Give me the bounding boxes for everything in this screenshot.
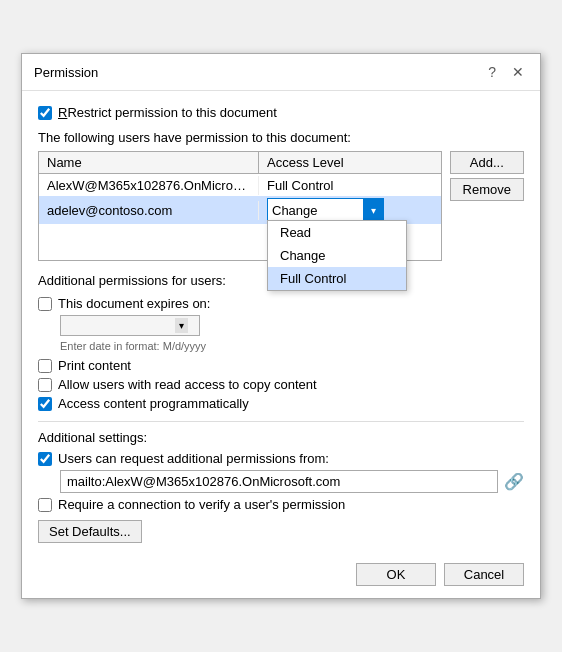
print-row: Print content — [38, 358, 524, 373]
ok-button[interactable]: OK — [356, 563, 436, 586]
copy-label: Allow users with read access to copy con… — [58, 377, 317, 392]
expires-label: This document expires on: — [58, 296, 210, 311]
date-hint: Enter date in format: M/d/yyyy — [60, 340, 524, 352]
restrict-row: RRestrict permission to this document — [38, 105, 524, 120]
table-header: Name Access Level — [39, 152, 441, 174]
users-section-label: The following users have permission to t… — [38, 130, 524, 145]
dialog-footer: OK Cancel — [22, 555, 540, 598]
td-access-2: Change ▾ Read Change Full Control — [259, 196, 441, 224]
request-permissions-row: Users can request additional permissions… — [38, 451, 524, 466]
expires-row: This document expires on: — [38, 296, 524, 311]
help-icon[interactable]: ? — [484, 62, 500, 82]
expires-checkbox[interactable] — [38, 297, 52, 311]
add-button[interactable]: Add... — [450, 151, 524, 174]
restrict-label: RRestrict permission to this document — [58, 105, 277, 120]
th-access: Access Level — [259, 152, 441, 173]
dialog-body: RRestrict permission to this document Th… — [22, 91, 540, 555]
dialog-title: Permission — [34, 65, 98, 80]
programmatic-row: Access content programmatically — [38, 396, 524, 411]
remove-button[interactable]: Remove — [450, 178, 524, 201]
request-permissions-checkbox[interactable] — [38, 452, 52, 466]
additional-settings-section: Additional settings: Users can request a… — [38, 430, 524, 543]
dropdown-option-fullcontrol[interactable]: Full Control — [268, 267, 406, 290]
link-icon: 🔗 — [504, 472, 524, 491]
titlebar-icons: ? ✕ — [484, 62, 528, 82]
td-access-1: Full Control — [259, 176, 441, 195]
dropdown-option-read[interactable]: Read — [268, 221, 406, 244]
permission-table: Name Access Level AlexW@M365x102876.OnMi… — [38, 151, 442, 261]
additional-permissions-section: Additional permissions for users: This d… — [38, 273, 524, 411]
require-connection-row: Require a connection to verify a user's … — [38, 497, 524, 512]
require-connection-label: Require a connection to verify a user's … — [58, 497, 345, 512]
print-label: Print content — [58, 358, 131, 373]
close-icon[interactable]: ✕ — [508, 62, 528, 82]
table-row[interactable]: AlexW@M365x102876.OnMicrosoft.com Full C… — [39, 174, 441, 196]
cancel-button[interactable]: Cancel — [444, 563, 524, 586]
print-checkbox[interactable] — [38, 359, 52, 373]
date-row: ▾ — [60, 315, 524, 336]
dropdown-popup: Read Change Full Control — [267, 220, 407, 291]
copy-checkbox[interactable] — [38, 378, 52, 392]
additional-settings-label: Additional settings: — [38, 430, 524, 445]
td-name-2: adelev@contoso.com — [39, 201, 259, 220]
dropdown-value: Change — [268, 201, 363, 220]
email-row: 🔗 — [60, 470, 524, 493]
td-name-1: AlexW@M365x102876.OnMicrosoft.com — [39, 176, 259, 195]
set-defaults-button[interactable]: Set Defaults... — [38, 520, 142, 543]
date-input[interactable] — [65, 319, 175, 333]
set-defaults-wrapper: Set Defaults... — [38, 520, 524, 543]
dropdown-option-change[interactable]: Change — [268, 244, 406, 267]
require-connection-checkbox[interactable] — [38, 498, 52, 512]
dropdown-arrow-btn[interactable]: ▾ — [363, 199, 383, 221]
permission-dialog: Permission ? ✕ RRestrict permission to t… — [21, 53, 541, 599]
permission-table-container: Name Access Level AlexW@M365x102876.OnMi… — [38, 151, 524, 261]
restrict-checkbox[interactable] — [38, 106, 52, 120]
programmatic-checkbox[interactable] — [38, 397, 52, 411]
programmatic-label: Access content programmatically — [58, 396, 249, 411]
request-permissions-label: Users can request additional permissions… — [58, 451, 329, 466]
access-dropdown: Change ▾ Read Change Full Control — [267, 198, 433, 222]
section-divider — [38, 421, 524, 422]
th-name: Name — [39, 152, 259, 173]
copy-row: Allow users with read access to copy con… — [38, 377, 524, 392]
email-input[interactable] — [60, 470, 498, 493]
table-buttons: Add... Remove — [450, 151, 524, 261]
date-input-wrap: ▾ — [60, 315, 200, 336]
date-dropdown-btn[interactable]: ▾ — [175, 318, 188, 333]
dialog-titlebar: Permission ? ✕ — [22, 54, 540, 91]
table-row-selected[interactable]: adelev@contoso.com Change ▾ Read Change — [39, 196, 441, 224]
